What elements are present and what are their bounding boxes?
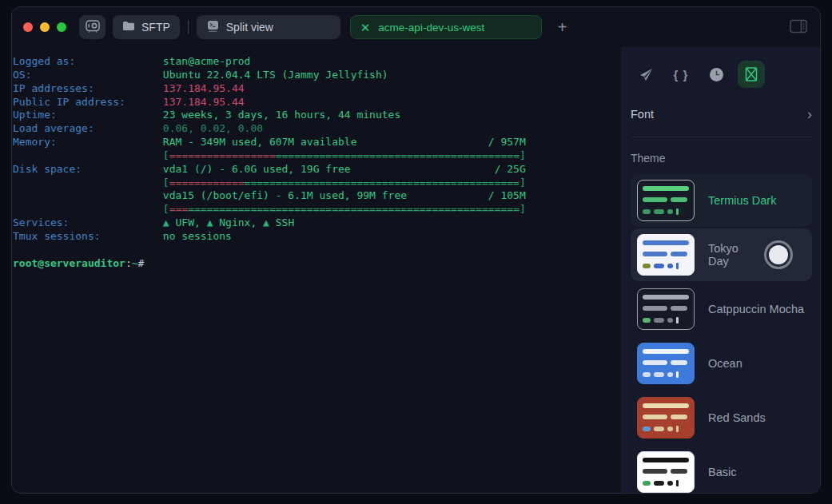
theme-name: Basic xyxy=(708,466,736,478)
snippets-icon[interactable]: { } xyxy=(666,59,696,89)
theme-thumbnail xyxy=(637,451,695,493)
titlebar: SFTP Split view ✕ acme-api-dev-us-west + xyxy=(12,7,820,47)
theme-name: Tokyo Day xyxy=(708,242,750,268)
send-icon[interactable] xyxy=(631,59,661,89)
terminal-line xyxy=(13,244,526,257)
terminal-line: [=======================================… xyxy=(13,203,526,216)
terminal-line: [=======================================… xyxy=(13,149,526,163)
panel-divider xyxy=(631,137,812,137)
theme-name: Termius Dark xyxy=(708,194,776,207)
theme-name: Catppuccin Mocha xyxy=(708,303,804,315)
terminal-line: OS:Ubuntu 22.04.4 LTS (Jammy Jellyfish) xyxy=(13,69,526,82)
sidebar-toggle-button[interactable] xyxy=(788,18,809,38)
terminal-line: Disk space:vda1 (/) - 6.0G used, 19G fre… xyxy=(13,163,526,177)
new-tab-button[interactable]: + xyxy=(553,18,572,37)
theme-name: Ocean xyxy=(708,357,742,370)
theme-item-basic[interactable]: Basic xyxy=(631,446,812,498)
theme-thumbnail xyxy=(637,343,695,384)
theme-section-label: Theme xyxy=(631,152,812,165)
sftp-button[interactable]: SFTP xyxy=(113,15,180,39)
theme-radio-indicator[interactable] xyxy=(764,240,793,269)
theme-item-red-sands[interactable]: Red Sands xyxy=(631,391,812,444)
theme-name: Red Sands xyxy=(708,411,766,424)
terminal-line: root@serverauditor:~# xyxy=(13,257,526,271)
terminal-line: IP addresses:137.184.95.44 xyxy=(13,82,526,96)
terminal-line: vda15 (/boot/efi) - 6.1M used, 99M free/… xyxy=(13,189,526,203)
terminal-tab[interactable]: ✕ acme-api-dev-us-west xyxy=(350,15,542,39)
font-setting-row[interactable]: Font › xyxy=(631,100,812,129)
theme-item-termius-dark[interactable]: Termius Dark xyxy=(631,174,812,227)
toolbar-divider xyxy=(188,20,189,34)
terminal-output[interactable]: Logged as:stan@acme-prodOS:Ubuntu 22.04.… xyxy=(12,47,621,493)
terminal-line: Services:▲ UFW, ▲ Nginx, ▲ SSH xyxy=(13,216,526,230)
panel-toolbar: { } xyxy=(631,57,812,92)
terminal-line: Uptime:23 weeks, 3 days, 16 hours, 44 mi… xyxy=(13,109,526,122)
vault-button[interactable] xyxy=(79,15,105,39)
zoom-window-button[interactable] xyxy=(57,22,66,32)
terminal-window-icon xyxy=(206,20,220,35)
tab-close-icon[interactable]: ✕ xyxy=(360,22,371,34)
theme-thumbnail xyxy=(637,234,695,276)
folder-icon xyxy=(122,21,135,34)
close-window-button[interactable] xyxy=(23,22,33,32)
vault-icon xyxy=(86,20,100,35)
traffic-lights xyxy=(23,22,66,32)
terminal-line: Load average:0.06, 0.02, 0.00 xyxy=(13,122,526,136)
terminal-line: Logged as:stan@acme-prod xyxy=(13,55,526,69)
minimize-window-button[interactable] xyxy=(40,22,50,32)
chevron-right-icon: › xyxy=(807,107,812,121)
theme-item-ocean[interactable]: Ocean xyxy=(631,337,812,390)
terminal-line: Public IP address:137.184.95.44 xyxy=(13,96,526,109)
theme-thumbnail xyxy=(637,288,695,330)
terminal-line: Memory:RAM - 349M used, 607M available/ … xyxy=(13,136,526,149)
terminal-line: [=======================================… xyxy=(13,177,526,190)
app-window: SFTP Split view ✕ acme-api-dev-us-west + xyxy=(11,6,821,494)
font-row-label: Font xyxy=(631,108,654,121)
settings-panel: { } Font › xyxy=(621,47,820,493)
split-view-button[interactable]: Split view xyxy=(197,15,340,39)
sidebar-toggle-icon xyxy=(790,24,807,36)
terminal-line: Tmux sessions:no sessions xyxy=(13,230,526,244)
theme-thumbnail xyxy=(637,397,695,439)
tab-label: acme-api-dev-us-west xyxy=(378,22,484,34)
theme-list: Termius DarkTokyo DayCatppuccin MochaOce… xyxy=(631,174,812,498)
appearance-icon[interactable] xyxy=(738,61,765,88)
split-view-button-label: Split view xyxy=(226,21,273,34)
theme-item-tokyo-day[interactable]: Tokyo Day xyxy=(631,228,812,281)
sftp-button-label: SFTP xyxy=(141,21,170,34)
history-icon[interactable] xyxy=(701,59,731,89)
theme-item-catppuccin-mocha[interactable]: Catppuccin Mocha xyxy=(631,283,812,335)
theme-thumbnail xyxy=(637,180,695,221)
